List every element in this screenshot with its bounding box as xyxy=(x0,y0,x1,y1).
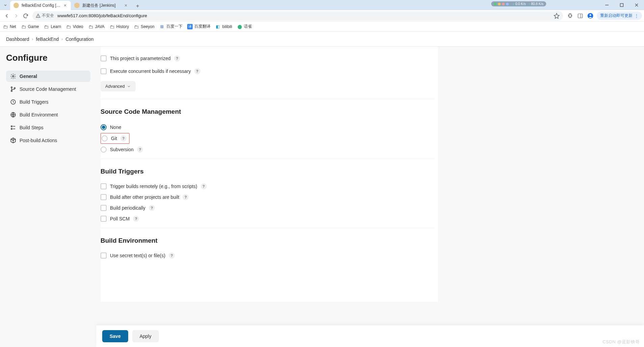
label-parameterized[interactable]: This project is parameterized xyxy=(110,56,171,61)
sidebar-item-postbuild[interactable]: Post-build Actions xyxy=(6,135,90,146)
sidebar-item-label: Build Triggers xyxy=(20,99,49,105)
url-box[interactable]: 不安全 wwwfe517.com:8080/job/feBackEnd/conf… xyxy=(32,11,563,21)
radio-none[interactable] xyxy=(101,124,107,130)
bookmark-star-icon[interactable] xyxy=(554,13,560,19)
security-indicator[interactable]: 不安全 xyxy=(36,13,54,19)
row-secret: Use secret text(s) or file(s) ? xyxy=(101,250,435,263)
label-poll[interactable]: Poll SCM xyxy=(110,216,130,221)
apply-button[interactable]: Apply xyxy=(132,330,159,342)
breadcrumb-configuration[interactable]: Configuration xyxy=(65,36,93,42)
svg-rect-14 xyxy=(11,126,12,127)
bookmark-baidu[interactable]: ⊞百度一下 xyxy=(159,24,183,29)
save-button[interactable]: Save xyxy=(102,330,128,342)
save-bar: Save Apply xyxy=(96,325,644,347)
folder-icon xyxy=(44,24,49,29)
checkbox-concurrent[interactable] xyxy=(101,68,107,74)
yuque-icon: ⬤ xyxy=(237,24,242,29)
sidebar-item-label: Post-build Actions xyxy=(20,138,57,143)
bookmark-net[interactable]: Net xyxy=(3,24,16,29)
address-bar: 不安全 wwwfe517.com:8080/job/feBackEnd/conf… xyxy=(0,10,644,22)
help-icon[interactable]: ? xyxy=(137,146,143,153)
breadcrumb-job[interactable]: feBackEnd xyxy=(36,36,59,42)
new-tab-button[interactable]: + xyxy=(134,2,142,10)
close-icon[interactable]: × xyxy=(63,3,67,8)
section-env: Build Environment Use secret text(s) or … xyxy=(101,228,435,267)
content: This project is parameterized ? Execute … xyxy=(101,47,438,302)
help-icon[interactable]: ? xyxy=(120,135,127,141)
bookmark-baidu-fanyi[interactable]: 译百度翻译 xyxy=(187,24,211,29)
window-maximize-icon[interactable] xyxy=(614,0,629,10)
sidebar-item-label: Build Environment xyxy=(20,112,58,117)
sidebar-item-general[interactable]: General xyxy=(6,71,90,82)
radio-git[interactable] xyxy=(102,135,108,141)
help-icon[interactable]: ? xyxy=(194,68,200,74)
side-panel-icon[interactable] xyxy=(575,11,585,21)
gear-icon xyxy=(10,73,16,79)
advanced-button[interactable]: Advanced xyxy=(101,81,136,91)
profile-avatar-icon[interactable] xyxy=(585,11,595,21)
section-general: This project is parameterized ? Execute … xyxy=(101,50,435,99)
speed-down: ↓ 0.0 K/s xyxy=(513,2,526,6)
checkbox-periodic[interactable] xyxy=(101,205,107,211)
help-icon[interactable]: ? xyxy=(201,183,207,189)
env-heading: Build Environment xyxy=(101,237,435,244)
help-icon[interactable]: ? xyxy=(174,55,180,61)
sidebar-item-triggers[interactable]: Build Triggers xyxy=(6,96,90,108)
browser-tab-1[interactable]: feBackEnd Config [Jenkins] × xyxy=(10,1,71,10)
svg-point-8 xyxy=(12,76,14,77)
label-after[interactable]: Build after other projects are built xyxy=(110,194,179,200)
extensions-icon[interactable] xyxy=(565,11,575,21)
bookmark-seeyon[interactable]: Seeyon xyxy=(134,24,155,29)
checkbox-after[interactable] xyxy=(101,194,107,200)
forward-button[interactable] xyxy=(11,11,21,21)
label-periodic[interactable]: Build periodically xyxy=(110,205,145,211)
help-icon[interactable]: ? xyxy=(169,252,175,259)
window-close-icon[interactable] xyxy=(629,0,644,10)
browser-tab-2[interactable]: 新建任务 [Jenkins] × xyxy=(71,1,132,10)
section-triggers: Build Triggers Trigger builds remotely (… xyxy=(101,159,435,228)
clock-icon xyxy=(10,99,16,105)
bookmark-history[interactable]: History xyxy=(109,24,129,29)
sidebar-item-scm[interactable]: Source Code Management xyxy=(6,83,90,95)
sidebar-item-steps[interactable]: Build Steps xyxy=(6,122,90,133)
svg-rect-1 xyxy=(620,4,623,7)
label-remote[interactable]: Trigger builds remotely (e.g., from scri… xyxy=(110,184,197,189)
menu-dots-icon: ⋮ xyxy=(635,14,639,18)
back-button[interactable] xyxy=(2,11,11,21)
help-icon[interactable]: ? xyxy=(149,205,155,211)
label-concurrent[interactable]: Execute concurrent builds if necessary xyxy=(110,69,191,74)
bookmark-java[interactable]: JAVA xyxy=(88,24,105,29)
folder-icon xyxy=(134,24,139,29)
url-text: wwwfe517.com:8080/job/feBackEnd/configur… xyxy=(57,13,554,18)
reload-button[interactable] xyxy=(21,11,30,21)
window-minimize-icon[interactable] xyxy=(599,0,614,10)
label-none[interactable]: None xyxy=(110,125,121,130)
checkbox-remote[interactable] xyxy=(101,183,107,189)
checkbox-parameterized[interactable] xyxy=(101,55,107,61)
checkbox-poll[interactable] xyxy=(101,216,107,222)
folder-icon xyxy=(21,24,26,29)
bookmark-video[interactable]: Video xyxy=(66,24,83,29)
bookmark-game[interactable]: Game xyxy=(21,24,39,29)
radio-svn[interactable] xyxy=(101,146,107,153)
breadcrumb-dashboard[interactable]: Dashboard xyxy=(6,36,29,42)
help-icon[interactable]: ? xyxy=(183,194,189,200)
label-svn[interactable]: Subversion xyxy=(110,147,134,152)
folder-icon xyxy=(3,24,8,29)
checkbox-secret[interactable] xyxy=(101,252,107,259)
row-remote: Trigger builds remotely (e.g., from scri… xyxy=(101,181,435,192)
label-git[interactable]: Git xyxy=(111,136,117,141)
sidebar-item-environment[interactable]: Build Environment xyxy=(6,109,90,121)
bookmark-learn[interactable]: Learn xyxy=(44,24,61,29)
help-icon[interactable]: ? xyxy=(133,216,139,222)
close-icon[interactable]: × xyxy=(123,3,128,8)
bookmark-yuque[interactable]: ⬤语雀 xyxy=(237,24,252,29)
window-titlebar: feBackEnd Config [Jenkins] × 新建任务 [Jenki… xyxy=(0,0,644,10)
content-scroll[interactable]: This project is parameterized ? Execute … xyxy=(94,47,644,347)
update-pill[interactable]: 重新启动即可更新 ⋮ xyxy=(597,11,642,20)
label-secret[interactable]: Use secret text(s) or file(s) xyxy=(110,253,165,258)
bookmark-bilibili[interactable]: ◧bilibili xyxy=(215,24,232,29)
svg-point-10 xyxy=(11,90,12,91)
tab-dropdown-icon[interactable] xyxy=(2,2,9,8)
sidebar: Configure General Source Code Management… xyxy=(0,47,94,347)
